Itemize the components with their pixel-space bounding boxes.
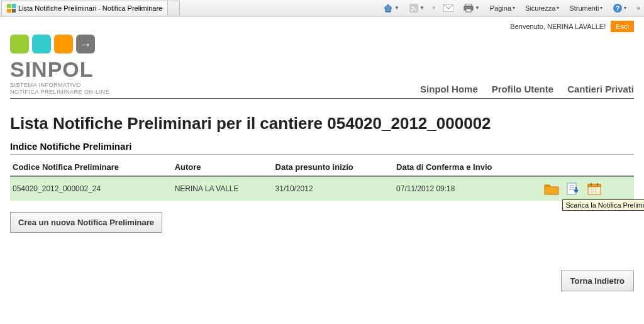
logo-subtitle-2: NOTIFICA PRELIMINARE ON-LINE [10,89,109,96]
main-nav: Sinpol Home Profilo Utente Cantieri Priv… [420,84,634,96]
col-data-conferma: Data di Conferma e Invio [394,159,540,176]
cell-data-inizio: 31/10/2012 [273,176,394,201]
welcome-text: Benvenuto, NERINA LAVALLE! [510,23,606,30]
cell-autore: NERINA LA VALLE [172,176,273,201]
svg-rect-3 [465,4,472,6]
cell-data-conferma: 07/11/2012 09:18 [394,176,540,201]
svg-point-1 [411,9,413,11]
section-title: Indice Notifiche Preliminari [10,141,634,155]
dropdown-arrow-icon: ▾ [600,5,602,11]
folder-icon[interactable] [543,182,560,196]
col-actions [541,159,634,176]
browser-tab-new[interactable] [167,1,180,16]
print-icon[interactable]: ▼ [461,3,482,14]
logo: → SINPOL SISTEMA INFORMATIVO NOTIFICA PR… [10,35,109,96]
toolbar-pagina[interactable]: Pagina ▾ [487,3,518,13]
col-autore: Autore [172,159,273,176]
viewport: Benvenuto, NERINA LAVALLE! Esci → SINPOL… [0,16,644,324]
browser-tab-active[interactable]: Lista Notifiche Preliminari - Notifica P… [1,1,168,16]
notifications-table: Codice Notifica Preliminare Autore Data … [10,159,634,201]
help-icon[interactable]: ? ▾ [610,2,629,14]
calendar-icon[interactable] [586,182,602,196]
row-actions: Scarica la Notifica Preliminare [543,182,631,196]
dropdown-arrow-icon: ▼ [419,5,425,11]
logo-text: SINPOL [10,57,109,82]
page-title: Lista Notifiche Preliminari per il canti… [10,114,634,133]
logout-button[interactable]: Esci [611,21,634,32]
svg-rect-8 [567,183,576,194]
overflow-icon[interactable]: » [636,4,640,11]
toolbar-strumenti[interactable]: Strumenti ▾ [567,3,605,13]
dropdown-arrow-icon: ▾ [513,5,515,11]
tab-title: Lista Notifiche Preliminari - Notifica P… [18,4,162,12]
nav-profilo[interactable]: Profilo Utente [492,84,553,94]
create-notification-button[interactable]: Crea un nuova Notifica Preliminare [10,212,162,233]
userbar: Benvenuto, NERINA LAVALLE! Esci [10,21,634,32]
col-data-inizio: Data presunto inizio [273,159,394,176]
tooltip: Scarica la Notifica Preliminare [562,199,644,211]
browser-chrome: Lista Notifiche Preliminari - Notifica P… [0,0,644,16]
nav-home[interactable]: Sinpol Home [420,84,478,94]
dropdown-arrow-icon: ▾ [557,5,559,11]
home-icon[interactable]: ▼ [380,2,402,14]
mail-icon[interactable] [441,3,456,13]
dropdown-arrow-icon: ▼ [394,5,399,11]
toolbar-sicurezza[interactable]: Sicurezza ▾ [523,3,562,13]
favicon-icon [7,4,16,13]
logo-subtitle-1: SISTEMA INFORMATIVO [10,82,109,89]
logo-squares-icon: → [10,35,109,53]
svg-text:?: ? [616,4,620,12]
svg-rect-5 [466,9,471,12]
download-icon[interactable] [565,182,581,196]
dropdown-arrow-icon: ▼ [475,5,480,11]
back-button[interactable]: Torna Indietro [561,271,634,291]
dropdown-arrow-icon: ▾ [624,5,626,11]
browser-toolbar: ▼ ▼ ▾ ▼ Pagina ▾ Sicurezza ▾ Strumenti ▾… [380,2,640,14]
nav-cantieri[interactable]: Cantieri Privati [567,84,634,94]
col-codice: Codice Notifica Preliminare [10,159,172,176]
svg-rect-13 [588,184,601,187]
table-row: 054020_2012_000002_24 NERINA LA VALLE 31… [10,176,634,201]
cell-codice: 054020_2012_000002_24 [10,176,172,201]
separator: ▾ [432,4,436,12]
feed-icon[interactable]: ▼ [407,3,427,14]
